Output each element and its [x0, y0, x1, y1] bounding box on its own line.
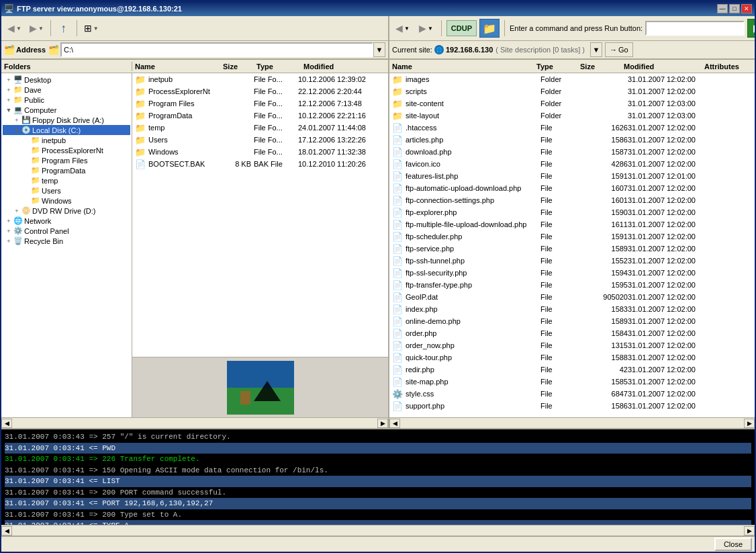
left-file-item[interactable]: 📄 BOOTSECT.BAK 8 KB BAK File 10.12.2010 …: [132, 158, 388, 170]
forward-dropdown-icon[interactable]: ▼: [38, 26, 44, 32]
tree-item-dave[interactable]: + 📁 Dave: [3, 85, 130, 95]
right-file-item[interactable]: 📄 quick-tour.php File 1588 31.01.2007 12…: [389, 351, 755, 364]
forward-button[interactable]: ▶ ▼: [26, 19, 47, 38]
left-file-item[interactable]: 📁 Program Files File Fo... 12.12.2006 7:…: [132, 97, 388, 110]
right-hscroll-left[interactable]: ◀: [389, 419, 400, 428]
tree-item-local-disk-c[interactable]: ▼ 💿 Local Disk (C:): [3, 125, 130, 135]
tree-item-temp[interactable]: 📁 temp: [3, 175, 130, 185]
right-file-item[interactable]: 📄 ftp-ssl-security.php File 1594 31.01.2…: [389, 267, 755, 279]
right-modified-header[interactable]: Modified: [621, 62, 702, 71]
log-hscroll-left[interactable]: ◀: [1, 526, 12, 536]
view-button[interactable]: ⊞ ▼: [81, 19, 102, 38]
right-forward-button[interactable]: ▶ ▼: [416, 19, 436, 38]
right-hscroll-right[interactable]: ▶: [744, 419, 755, 428]
log-hscroll-right[interactable]: ▶: [744, 526, 755, 536]
right-back-dropdown-icon[interactable]: ▼: [404, 26, 410, 32]
right-type-header[interactable]: Type: [534, 62, 577, 71]
right-file-item[interactable]: 📄 order.php File 1584 31.01.2007 12:02:0…: [389, 327, 755, 339]
expand-icon[interactable]: +: [4, 238, 13, 245]
tree-item-programdata[interactable]: 📁 ProgramData: [3, 165, 130, 175]
right-file-item[interactable]: 📄 download.php File 1587 31.01.2007 12:0…: [389, 146, 755, 158]
left-file-item[interactable]: 📁 Windows File Fo... 18.01.2007 11:32:38: [132, 146, 388, 158]
back-dropdown-icon[interactable]: ▼: [16, 26, 21, 32]
right-file-item[interactable]: 📄 ftp-ssh-tunnel.php File 1552 31.01.200…: [389, 255, 755, 267]
address-input[interactable]: [60, 42, 373, 57]
right-hscroll[interactable]: ◀ ▶: [389, 417, 755, 428]
right-file-item[interactable]: 📄 index.php File 1583 31.01.2007 12:02:0…: [389, 303, 755, 315]
expand-icon[interactable]: ▼: [12, 127, 21, 134]
tree-item-program-files[interactable]: 📁 Program Files: [3, 155, 130, 165]
tree-item-network[interactable]: + 🌐 Network: [3, 216, 130, 226]
cdup-button[interactable]: CDUP: [446, 20, 477, 36]
right-file-item[interactable]: 📄 order_now.php File 1315 31.01.2007 12:…: [389, 339, 755, 351]
right-folder-button[interactable]: 📁: [479, 19, 500, 38]
right-file-item[interactable]: 📄 GeoIP.dat File 905020 31.01.2007 12:02…: [389, 291, 755, 303]
expand-icon[interactable]: +: [4, 228, 13, 235]
expand-icon[interactable]: +: [4, 87, 13, 93]
log-hscroll[interactable]: ◀ ▶: [1, 525, 755, 536]
right-file-item[interactable]: 📄 site-map.php File 1585 31.01.2007 12:0…: [389, 376, 755, 388]
left-file-item[interactable]: 📁 inetpub File Fo... 10.12.2006 12:39:02: [132, 73, 388, 85]
tree-item-recycle-bin[interactable]: + 🗑️ Recycle Bin: [3, 236, 130, 246]
tree-item-floppy[interactable]: + 💾 Floppy Disk Drive (A:): [3, 115, 130, 125]
right-file-item[interactable]: 📄 support.php File 1586 31.01.2007 12:02…: [389, 400, 755, 412]
name-column-header[interactable]: Name: [132, 62, 220, 71]
close-button[interactable]: Close: [714, 538, 752, 551]
left-file-item[interactable]: 📁 ProgramData File Fo... 10.12.2006 22:2…: [132, 110, 388, 122]
log-content[interactable]: 31.01.2007 0:03:43 => 257 "/" is current…: [1, 429, 755, 525]
right-file-item[interactable]: 📁 site-content Folder 31.01.2007 12:03:0…: [389, 97, 755, 110]
tree-item-inetpub[interactable]: 📁 inetpub: [3, 135, 130, 145]
tree-item-processexplorer[interactable]: 📁 ProcessExplorerNt: [3, 145, 130, 155]
tree-item-windows[interactable]: 📁 Windows: [3, 196, 130, 206]
right-file-item[interactable]: 📄 articles.php File 1586 31.01.2007 12:0…: [389, 134, 755, 146]
maximize-button[interactable]: □: [729, 4, 740, 13]
minimize-button[interactable]: —: [717, 4, 728, 13]
left-hscroll[interactable]: ◀ ▶: [1, 417, 388, 428]
right-file-item[interactable]: 📄 .htaccess File 1626 31.01.2007 12:02:0…: [389, 122, 755, 134]
right-file-item[interactable]: 📄 features-list.php File 1591 31.01.2007…: [389, 170, 755, 182]
left-file-item[interactable]: 📁 temp File Fo... 24.01.2007 11:44:08: [132, 122, 388, 134]
right-file-item[interactable]: 📁 images Folder 31.01.2007 12:02:00: [389, 73, 755, 85]
expand-icon[interactable]: +: [4, 218, 13, 224]
type-column-header[interactable]: Type: [254, 62, 301, 71]
up-button[interactable]: ↑: [54, 19, 73, 38]
expand-icon[interactable]: +: [12, 117, 21, 124]
right-file-item[interactable]: 📄 ftp-service.php File 1589 31.01.2007 1…: [389, 243, 755, 255]
right-file-item[interactable]: 📄 favicon.ico File 4286 31.01.2007 12:02…: [389, 158, 755, 170]
right-attr-header[interactable]: Attributes: [702, 62, 745, 71]
right-file-item[interactable]: 📄 redir.php File 42 31.01.2007 12:02:00: [389, 364, 755, 376]
right-file-item[interactable]: 📄 ftp-explorer.php File 1590 31.01.2007 …: [389, 206, 755, 218]
right-file-item[interactable]: 📄 ftp-multiple-file-upload-download.php …: [389, 218, 755, 230]
tree-item-control-panel[interactable]: + ⚙️ Control Panel: [3, 226, 130, 236]
right-file-item[interactable]: 📁 site-layout Folder 31.01.2007 12:03:00: [389, 110, 755, 122]
size-column-header[interactable]: Size: [220, 62, 254, 71]
tree-item-desktop[interactable]: + 🖥️ Desktop: [3, 75, 130, 85]
right-file-item[interactable]: ⚙️ style.css File 6847 31.01.2007 12:02:…: [389, 388, 755, 400]
tree-item-users[interactable]: 📁 Users: [3, 185, 130, 196]
tree-item-computer[interactable]: ▼ 💻 Computer: [3, 105, 130, 115]
close-title-button[interactable]: ✕: [741, 4, 752, 13]
expand-icon[interactable]: +: [12, 208, 21, 214]
right-back-button[interactable]: ◀ ▼: [392, 19, 413, 38]
hscroll-left-button[interactable]: ◀: [1, 419, 12, 428]
run-button[interactable]: ▶: [747, 19, 756, 38]
view-dropdown-icon[interactable]: ▼: [93, 26, 99, 32]
address-dropdown-button[interactable]: ▼: [373, 42, 385, 57]
expand-icon[interactable]: +: [4, 97, 13, 103]
right-file-item[interactable]: 📄 ftp-transfer-type.php File 1595 31.01.…: [389, 279, 755, 291]
right-file-item[interactable]: 📄 ftp-automatic-upload-download.php File…: [389, 182, 755, 194]
command-input[interactable]: [645, 21, 745, 36]
left-file-item[interactable]: 📁 Users File Fo... 17.12.2006 13:22:26: [132, 134, 388, 146]
right-file-item[interactable]: 📄 ftp-scheduler.php File 1591 31.01.2007…: [389, 230, 755, 243]
right-file-item[interactable]: 📄 ftp-connection-settings.php File 1601 …: [389, 194, 755, 206]
right-size-header[interactable]: Size: [577, 62, 621, 71]
back-button[interactable]: ◀ ▼: [4, 19, 25, 38]
tree-item-public[interactable]: + 📁 Public: [3, 95, 130, 105]
expand-icon[interactable]: ▼: [4, 107, 13, 114]
tree-item-dvd[interactable]: + 📀 DVD RW Drive (D:): [3, 206, 130, 216]
right-file-item[interactable]: 📁 scripts Folder 31.01.2007 12:02:00: [389, 85, 755, 97]
left-file-item[interactable]: 📁 ProcessExplorerNt File Fo... 22.12.200…: [132, 85, 388, 97]
right-forward-dropdown-icon[interactable]: ▼: [428, 26, 433, 32]
right-name-header[interactable]: Name: [389, 62, 534, 71]
hscroll-right-button[interactable]: ▶: [377, 419, 388, 428]
